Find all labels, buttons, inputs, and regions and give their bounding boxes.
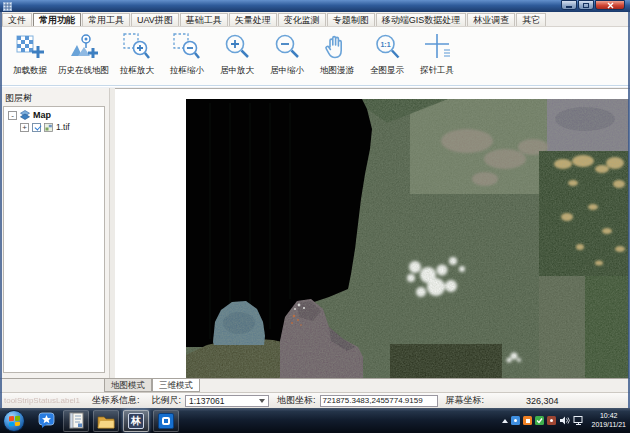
menu-tab-other[interactable]: 其它 — [516, 13, 546, 26]
scale-label: 比例尺: — [152, 394, 182, 407]
tree-node-map[interactable]: - Map — [4, 107, 104, 120]
raster-file-icon — [44, 123, 53, 132]
menu-tab-file[interactable]: 文件 — [2, 13, 32, 26]
ribbon-toolbar: 加载数据 历史在线地图 拉框放大 拉框缩小 — [0, 27, 630, 86]
tree-node-layer[interactable]: + 1.tif — [4, 120, 104, 132]
center-zoom-out-icon — [272, 32, 302, 62]
taskbar-clock[interactable]: 10:42 2019/11/21 — [591, 412, 626, 429]
load-data-button[interactable]: 加载数据 — [5, 29, 55, 85]
grid-app-icon — [3, 2, 12, 11]
tool-label: 居中放大 — [220, 65, 254, 77]
tray-red-icon[interactable] — [547, 416, 556, 425]
full-extent-button[interactable]: 1:1 全图显示 — [362, 29, 412, 85]
status-placeholder-label: toolStripStatusLabel1 — [4, 396, 92, 405]
minimize-button[interactable] — [561, 0, 577, 10]
tool-label: 加载数据 — [13, 65, 47, 77]
layer-tree[interactable]: - Map + 1.tif — [3, 106, 105, 373]
full-extent-ratio-text: 1:1 — [380, 41, 390, 48]
taskbar-app-star-chat[interactable] — [33, 410, 59, 432]
scale-value: 1:137061 — [189, 396, 224, 406]
load-data-icon — [15, 32, 45, 62]
system-tray: 10:42 2019/11/21 — [502, 412, 630, 429]
map-coordinate-field[interactable]: 721875.3483,2455774.9159 — [320, 395, 438, 407]
folder-icon — [97, 413, 115, 429]
map-mode-tabbar: 地图模式 三维模式 — [0, 378, 630, 392]
windows-taskbar: 林 10:42 2019/11/21 — [0, 408, 630, 433]
center-zoom-out-button[interactable]: 居中缩小 — [262, 29, 312, 85]
chevron-down-icon — [259, 399, 265, 403]
screen-coordinate-label: 屏幕坐标: — [446, 394, 485, 407]
tool-label: 地图漫游 — [320, 65, 354, 77]
maximize-icon — [583, 3, 589, 8]
tab-map-mode[interactable]: 地图模式 — [104, 379, 152, 392]
map-layers-icon — [20, 110, 30, 120]
tray-blue-icon[interactable] — [511, 416, 520, 425]
map-pan-button[interactable]: 地图漫游 — [312, 29, 362, 85]
probe-tool-icon — [422, 32, 452, 62]
network-icon[interactable] — [573, 415, 584, 426]
tray-expand-arrow-icon[interactable] — [502, 419, 508, 423]
expand-expander-icon[interactable]: + — [20, 123, 29, 132]
main-content: 图层树 - Map + 1.tif — [0, 88, 630, 378]
windows-logo-icon — [9, 415, 20, 426]
box-zoom-in-button[interactable]: 拉框放大 — [112, 29, 162, 85]
full-extent-icon: 1:1 — [372, 32, 402, 62]
tree-node-label: 1.tif — [56, 122, 70, 132]
menu-tab-uav-mosaic[interactable]: UAV拼图 — [131, 13, 179, 26]
tool-label: 居中缩小 — [270, 65, 304, 77]
menu-tab-basic-tools[interactable]: 基础工具 — [180, 13, 228, 26]
scale-combobox[interactable]: 1:137061 — [185, 395, 269, 407]
history-online-map-icon — [69, 32, 99, 62]
menu-tab-thematic-mapping[interactable]: 专题制图 — [327, 13, 375, 26]
layer-checkbox-checked[interactable] — [32, 123, 41, 132]
menu-tab-change-monitoring[interactable]: 变化监测 — [278, 13, 326, 26]
probe-tool-button[interactable]: 探针工具 — [412, 29, 462, 85]
layer-panel: 图层树 - Map + 1.tif — [0, 88, 110, 378]
menu-tab-forestry-survey[interactable]: 林业调查 — [467, 13, 515, 26]
clock-date: 2019/11/21 — [591, 421, 626, 430]
tool-label: 探针工具 — [420, 65, 454, 77]
tray-ime-orange-icon[interactable] — [523, 416, 532, 425]
history-online-map-button[interactable]: 历史在线地图 — [55, 29, 112, 85]
forestry-app-icon: 林 — [128, 413, 144, 429]
clock-time: 10:42 — [591, 412, 626, 421]
tool-label: 拉框放大 — [120, 65, 154, 77]
menu-tab-common-tools[interactable]: 常用工具 — [82, 13, 130, 26]
center-zoom-in-icon — [222, 32, 252, 62]
minimize-icon — [566, 6, 572, 8]
journal-icon — [68, 412, 85, 429]
collapse-expander-icon[interactable]: - — [8, 111, 17, 120]
layer-panel-title: 图层树 — [0, 88, 109, 108]
menu-tab-bar: 文件 常用功能 常用工具 UAV拼图 基础工具 矢量处理 变化监测 专题制图 移… — [0, 12, 630, 27]
coord-system-label: 坐标系信息: — [92, 394, 140, 407]
box-zoom-out-button[interactable]: 拉框缩小 — [162, 29, 212, 85]
maximize-button[interactable] — [578, 0, 594, 10]
tab-3d-mode[interactable]: 三维模式 — [152, 379, 200, 392]
menu-tab-vector-processing[interactable]: 矢量处理 — [229, 13, 277, 26]
tool-label: 拉框缩小 — [170, 65, 204, 77]
tree-node-label: Map — [33, 110, 51, 120]
satellite-mosaic-image — [115, 89, 629, 378]
close-button[interactable] — [595, 0, 625, 10]
box-zoom-out-icon — [172, 32, 202, 62]
tool-label: 全图显示 — [370, 65, 404, 77]
title-bar — [0, 0, 630, 12]
pan-hand-icon — [322, 32, 352, 62]
speaker-icon[interactable] — [559, 415, 570, 426]
status-bar: toolStripStatusLabel1 坐标系信息: 比例尺: 1:1370… — [0, 392, 630, 408]
close-icon — [606, 1, 615, 10]
start-button[interactable] — [3, 410, 25, 432]
map-viewport[interactable] — [115, 88, 630, 378]
taskbar-app-journal[interactable] — [63, 410, 89, 432]
menu-tab-common-functions[interactable]: 常用功能 — [33, 13, 81, 26]
taskbar-app-blue-o[interactable] — [153, 410, 179, 432]
screen-coordinate-value: 326,304 — [526, 396, 559, 406]
taskbar-app-file-explorer[interactable] — [93, 410, 119, 432]
taskbar-app-forestry-gis[interactable]: 林 — [123, 410, 149, 432]
center-zoom-in-button[interactable]: 居中放大 — [212, 29, 262, 85]
box-zoom-in-icon — [122, 32, 152, 62]
menu-tab-mobile-gis[interactable]: 移动端GIS数据处理 — [376, 13, 467, 26]
tray-green-icon[interactable] — [535, 416, 544, 425]
blue-o-app-icon — [158, 413, 174, 429]
star-bubble-icon — [38, 412, 55, 429]
